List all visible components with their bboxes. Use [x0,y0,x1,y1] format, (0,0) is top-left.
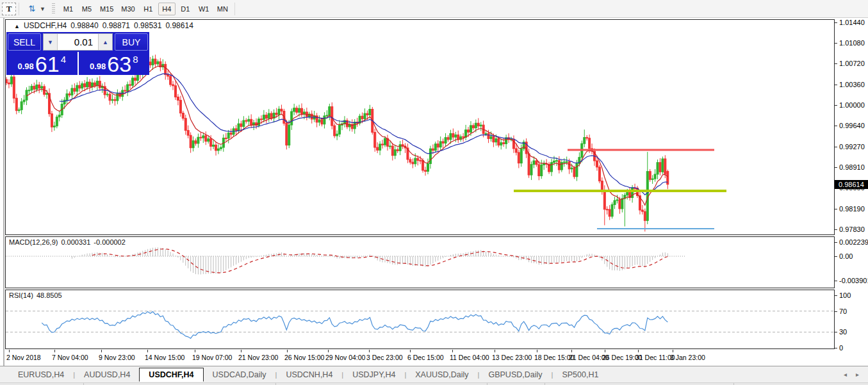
chart-tab-usdcnh[interactable]: USDCNH,H4 [277,368,341,381]
chart-tab-xauusd[interactable]: XAUUSD,Daily [406,368,477,381]
buy-price[interactable]: 0.98 63 8 [79,52,150,75]
macd-signal-value: -0.000002 [94,238,126,246]
timeframe-button-h1[interactable]: H1 [140,3,157,15]
candle-body [184,119,186,131]
timeframe-button-mn[interactable]: MN [214,3,231,15]
candle-body [268,113,270,119]
candle-body [202,136,204,138]
text-tool-icon[interactable]: T [2,3,16,15]
chart-tab-gbpusd[interactable]: GBPUSD,Daily [479,368,551,381]
candle-body [538,165,540,176]
candle-body [235,129,237,131]
rsi-pane[interactable]: RSI(14)48.8505 [5,290,835,349]
one-click-trade-panel: SELL ▼ 0.01 ▲ BUY 0.98 61 4 0.98 63 8 [6,32,149,75]
candle-body [205,136,207,142]
candle-body [336,134,338,136]
candle-body [412,162,414,164]
candle-body [498,139,500,145]
timeframe-button-m30[interactable]: M30 [118,3,138,15]
candle-body [477,123,479,126]
volume-increase-button[interactable]: ▲ [98,34,112,50]
candle-body [208,139,209,142]
candle-body [270,113,272,118]
macd-pane[interactable]: MACD(12,26,9)0.000331-0.000002 [5,236,835,288]
candle-body [114,99,116,101]
candle-body [528,154,530,175]
price-axis[interactable]: 1.014401.010801.007201.003601.000000.996… [835,19,868,349]
candle-body [99,81,101,88]
candle-body [58,115,60,117]
candle-body [651,179,653,179]
candle-body [659,163,661,172]
tabs-scroll-right-icon[interactable]: ▸ [856,371,859,378]
candle-body [584,138,585,144]
rsi-value: 48.8505 [37,291,62,299]
timeframe-button-m5[interactable]: M5 [78,3,95,15]
chart-tab-usdcad[interactable]: USDCAD,Daily [204,368,275,381]
candle-body [391,146,393,156]
candle-body [81,84,83,88]
volume-box: ▼ 0.01 ▲ [43,33,113,51]
candle-body [15,98,17,110]
candle-body [127,85,129,91]
candle-body [179,100,181,113]
tabs-scroll-left-icon[interactable]: ◂ [844,371,847,378]
chart-tab-audusd[interactable]: AUDUSD,H4 [75,368,139,381]
timeframe-button-d1[interactable]: D1 [177,3,194,15]
candle-body [614,201,616,204]
candle-body [664,159,666,174]
candle-body [586,138,588,138]
candle-body [361,116,363,119]
candle-body [596,161,598,167]
candle-body [495,139,497,142]
candle-body [33,86,35,90]
chart-tab-eurusd[interactable]: EURUSD,H4 [9,368,73,381]
candle-body [200,137,202,138]
candle-body [225,138,227,138]
volume-decrease-button[interactable]: ▼ [44,34,58,50]
price-tick-0.97830: 0.97830 [839,225,865,233]
sell-button[interactable]: SELL [8,33,41,51]
collapse-panel-icon[interactable]: ▲ [14,23,20,29]
candle-body [568,161,570,168]
candle-body [566,161,568,162]
chart-tab-usdjpy[interactable]: USDJPY,H4 [343,368,404,381]
candle-body [124,90,126,91]
price-tick-1.00000: 1.00000 [839,101,865,109]
candle-body [51,114,53,127]
candle-body [311,114,313,119]
candle-body [589,138,591,149]
candle-body [470,126,471,132]
dropdown-caret-icon[interactable]: ▼ [40,6,45,12]
timeframe-button-h4[interactable]: H4 [158,3,176,15]
double-arrow-icon[interactable]: ⇅ [24,3,38,15]
ohlc-close: 0.98614 [165,21,193,30]
chart-tab-usdchf[interactable]: USDCHF,H4 [139,368,203,382]
candle-body [46,94,48,94]
sell-price[interactable]: 0.98 61 4 [6,52,78,75]
candle-body [632,188,634,198]
candle-body [541,165,543,176]
buy-button[interactable]: BUY [115,33,148,51]
candle-body [260,119,262,120]
timeframe-button-m15[interactable]: M15 [97,3,117,15]
macd-value: 0.000331 [61,238,90,246]
time-label: 6 Dec 15:00 [407,354,444,361]
volume-input[interactable]: 0.01 [58,34,98,50]
candle-body [503,143,505,144]
price-tick-1.00720: 1.00720 [839,60,865,67]
candle-body [10,77,12,84]
toolbar-grip[interactable] [52,3,55,15]
price-tick-0.98190: 0.98190 [839,205,865,213]
candle-body [152,59,154,65]
candle-body [611,204,613,216]
timeframe-button-m1[interactable]: M1 [60,3,77,15]
candle-body [329,107,331,115]
candle-body [654,174,656,179]
candle-body [576,163,578,176]
chart-tab-sp500[interactable]: SP500,H1 [553,368,607,381]
candle-body [536,161,537,165]
timeframe-button-w1[interactable]: W1 [195,3,213,15]
candle-body [425,170,427,172]
time-axis[interactable]: 2 Nov 20187 Nov 04:009 Nov 23:0014 Nov 1… [5,350,835,366]
